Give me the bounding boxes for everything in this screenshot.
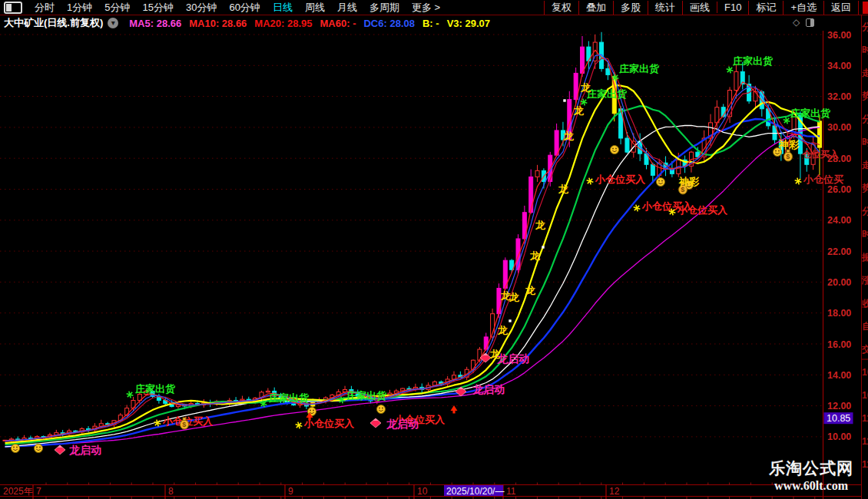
- signal-label: 龙: [580, 82, 591, 94]
- smiley-eye: [658, 180, 660, 182]
- stock-title: 大中矿业(日线.前复权): [4, 16, 103, 30]
- sliver-text: 走: [862, 154, 868, 177]
- tool-item-huaxian[interactable]: 画线: [682, 1, 717, 15]
- sliver-text: 势: [862, 177, 868, 200]
- white-square-mark: [509, 319, 511, 322]
- window-layout-icon[interactable]: [4, 2, 22, 14]
- tool-item-fanhui[interactable]: 返回: [823, 1, 859, 15]
- candle[interactable]: [754, 92, 757, 101]
- indicator-value-4: DC6: 28.08: [363, 18, 414, 29]
- tool-menu: 复权叠加多股统计画线F10标记+自选返回: [544, 0, 859, 15]
- indicator-value-1: MA10: 28.66: [189, 18, 247, 29]
- corner-red-strip: [863, 2, 868, 14]
- sliver-text: 分: [862, 200, 868, 223]
- price-axis-label: 26.00: [827, 184, 851, 195]
- indicator-value-5: B: -: [422, 18, 439, 29]
- signal-label: 龙: [525, 285, 536, 296]
- tool-item-zixuan[interactable]: +自选: [783, 1, 823, 15]
- tool-item-fuquan[interactable]: 复权: [544, 1, 578, 15]
- watermark: 乐淘公式网 www.60lt.com: [767, 458, 856, 493]
- menu-item-more[interactable]: 更多 >: [412, 2, 440, 13]
- candle[interactable]: [651, 164, 654, 175]
- signal-label: 龙: [529, 250, 541, 262]
- money-bag-knot: [183, 418, 186, 421]
- candle[interactable]: [529, 177, 533, 212]
- white-square-mark: [542, 246, 544, 248]
- menu-item-1min[interactable]: 1分钟: [67, 2, 92, 13]
- menu-item-fenshi[interactable]: 分时: [35, 2, 55, 13]
- signal-label: 龙: [573, 105, 585, 117]
- signal-label: 龙: [535, 220, 546, 231]
- price-axis-label: 30.00: [827, 122, 851, 133]
- price-axis-label: 34.00: [827, 61, 851, 71]
- period-menu: 分时1分钟5分钟15分钟30分钟60分钟日线周线月线多周期更多 >: [28, 1, 446, 15]
- month-label: 12: [609, 486, 620, 497]
- split-view-icon[interactable]: [806, 18, 814, 27]
- smiley-coin-icon: [657, 178, 665, 187]
- price-axis-label: 20.00: [827, 277, 851, 288]
- smiley-coin-icon: [35, 444, 43, 453]
- indicator-value-0: MA5: 28.66: [129, 18, 181, 29]
- signal-label: 庄家出货: [586, 88, 628, 100]
- menu-item-30min[interactable]: 30分钟: [186, 2, 217, 13]
- price-axis-label: 10.00: [827, 431, 851, 442]
- month-label: 10: [417, 486, 428, 497]
- tool-item-biaoji[interactable]: 标记: [748, 1, 783, 15]
- kline-chart[interactable]: 36.0034.0032.0030.0028.0026.0024.0022.00…: [0, 0, 868, 499]
- candle[interactable]: [472, 360, 475, 369]
- candle[interactable]: [625, 138, 629, 152]
- indicator-value-6: V3: 29.07: [447, 18, 490, 29]
- tool-item-duogu[interactable]: 多股: [613, 1, 648, 15]
- menu-item-5min[interactable]: 5分钟: [104, 2, 130, 13]
- tool-item-diejia[interactable]: 叠加: [578, 1, 613, 15]
- menu-item-60min[interactable]: 60分钟: [229, 2, 260, 13]
- menu-item-monthly[interactable]: 月线: [337, 2, 357, 13]
- signal-label: 龙: [563, 131, 575, 142]
- money-bag-dollar: $: [182, 421, 186, 428]
- tool-item-tongji[interactable]: 统计: [648, 1, 682, 15]
- candle[interactable]: [734, 71, 738, 90]
- candle[interactable]: [484, 337, 488, 349]
- price-tag-label: 10.85: [827, 413, 850, 424]
- menu-item-weekly[interactable]: 周线: [305, 2, 325, 13]
- sliver-text: 11: [862, 430, 868, 453]
- watermark-url: www.60lt.com: [767, 479, 856, 493]
- candle[interactable]: [535, 170, 539, 177]
- month-label: 11: [506, 486, 516, 497]
- red-up-arrow-icon: [451, 405, 458, 414]
- price-axis-label: 18.00: [827, 308, 851, 319]
- signal-label: 龙启动: [472, 383, 505, 395]
- month-label: 9: [288, 486, 293, 497]
- sliver-text: 势: [862, 84, 868, 107]
- signal-label: 龙启动: [386, 418, 419, 430]
- signal-label: 仓位买入: [801, 149, 840, 160]
- indicator-value-3: MA60: -: [320, 18, 356, 29]
- menu-item-multi-period[interactable]: 多周期: [369, 2, 399, 13]
- candle[interactable]: [715, 107, 719, 123]
- price-axis-label: 14.00: [827, 370, 851, 381]
- menu-item-daily[interactable]: 日线: [273, 2, 293, 13]
- candle[interactable]: [581, 47, 585, 73]
- price-axis-label: 16.00: [827, 339, 851, 350]
- tool-item-f10[interactable]: F10: [717, 2, 748, 13]
- smiley-eye: [615, 148, 617, 150]
- candle[interactable]: [555, 131, 558, 155]
- ma-line-4: [5, 55, 820, 441]
- diamond-tool-icon[interactable]: ◇: [793, 17, 800, 28]
- candle[interactable]: [606, 68, 610, 74]
- smiley-coin-icon: [611, 146, 619, 154]
- signal-label: 龙: [497, 325, 509, 336]
- signal-label: 庄家出货: [346, 390, 387, 402]
- month-label: 8: [168, 486, 174, 497]
- smiley-eye: [382, 408, 383, 409]
- signal-label: 小仓位买: [803, 173, 843, 185]
- month-label: 2025年: [3, 486, 33, 497]
- candle[interactable]: [817, 121, 821, 147]
- price-axis-label: 32.00: [827, 91, 851, 102]
- sliver-text: 收: [862, 292, 868, 315]
- smiley-coin-icon: [377, 405, 386, 414]
- sliver-text: 时: [862, 223, 868, 246]
- chevron-down-icon[interactable]: ▾: [108, 18, 118, 28]
- menu-item-15min[interactable]: 15分钟: [142, 2, 173, 13]
- money-bag-dollar: $: [786, 153, 790, 160]
